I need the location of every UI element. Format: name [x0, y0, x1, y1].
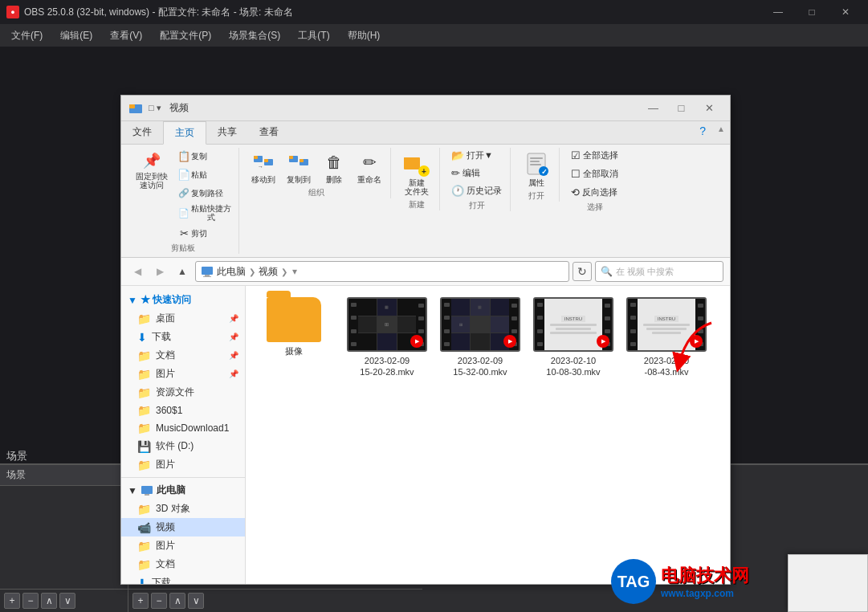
ribbon-btn-copy-path[interactable]: 🔗 复制路径	[174, 185, 234, 201]
video-item-1[interactable]: ▦ ⊞	[347, 294, 427, 381]
ribbon-btn-paste-shortcut[interactable]: 📄 粘贴快捷方式	[174, 203, 234, 222]
menu-edit[interactable]: 编辑(E)	[52, 27, 100, 45]
obs-maximize-btn[interactable]: □	[796, 0, 828, 24]
ribbon-help-btn[interactable]: ?	[693, 121, 712, 144]
sources-up-btn[interactable]: ∧	[169, 593, 185, 609]
ctx-start-stream[interactable]	[789, 566, 867, 577]
sources-down-btn[interactable]: ∨	[188, 593, 204, 609]
ribbon-tab-share[interactable]: 共享	[206, 121, 248, 144]
videos-icon: 📹	[137, 521, 151, 534]
ribbon-btn-cut[interactable]: ✂ 剪切	[174, 225, 234, 241]
scenes-down-btn[interactable]: ∨	[59, 593, 75, 609]
sidebar-item-pictures[interactable]: 📁 图片 📌	[121, 365, 245, 383]
new-folder-label: 新建文件夹	[405, 178, 429, 196]
properties-buttons: ✓ 属性	[519, 148, 554, 189]
sidebar-desktop-label: 桌面	[156, 312, 175, 325]
menu-scene-collection[interactable]: 场景集合(S)	[221, 27, 288, 45]
video-item-3[interactable]: INSTRU ▶	[533, 294, 613, 381]
ribbon-tab-view[interactable]: 查看	[248, 121, 290, 144]
play-btn-2[interactable]: ▶	[503, 335, 516, 348]
ribbon-collapse-btn[interactable]: ▲	[712, 121, 730, 144]
sidebar-item-music-dl[interactable]: 📁 MusicDownload1	[121, 419, 245, 437]
sidebar-item-drive-d[interactable]: 💾 软件 (D:)	[121, 437, 245, 455]
ribbon-btn-rename[interactable]: ✏ 重命名	[353, 148, 385, 186]
sidebar-music-dl-label: MusicDownload1	[156, 422, 229, 434]
explorer-minimize-btn[interactable]: —	[639, 96, 667, 121]
thispc-header[interactable]: ▼ 此电脑	[121, 481, 245, 500]
ribbon-btn-copy[interactable]: 📋 复制	[174, 148, 234, 164]
ribbon-btn-properties[interactable]: ✓ 属性	[519, 148, 554, 189]
menu-tools[interactable]: 工具(T)	[290, 27, 337, 45]
folder-item-camera[interactable]: 摄像	[254, 294, 334, 360]
nav-back-btn[interactable]: ◀	[128, 262, 147, 281]
address-dropdown-btn[interactable]: ▾	[292, 266, 297, 277]
sources-add-btn[interactable]: +	[132, 593, 149, 609]
ctx-controls[interactable]	[789, 555, 867, 566]
ribbon-btn-paste[interactable]: 📄 粘贴	[174, 166, 234, 182]
scenes-remove-btn[interactable]: −	[22, 593, 39, 609]
ribbon-btn-delete[interactable]: 🗑 删除	[318, 148, 350, 186]
pictures-icon: 📁	[137, 368, 151, 381]
ribbon-btn-open[interactable]: 📂 打开▼	[448, 148, 505, 163]
sidebar-item-downloads[interactable]: ⬇ 下载 📌	[121, 328, 245, 346]
sidebar-item-documents[interactable]: 📁 文档 📌	[121, 346, 245, 365]
ctx-start-record[interactable]	[789, 577, 867, 589]
ribbon-btn-new-folder[interactable]: + 新建文件夹	[399, 148, 434, 198]
video-item-2[interactable]: ▦ ⊞	[440, 294, 520, 381]
menu-help[interactable]: 帮助(H)	[340, 27, 389, 45]
address-pc[interactable]: 此电脑	[217, 265, 246, 279]
svg-rect-17	[530, 161, 540, 162]
ribbon-btn-pin[interactable]: 📌 固定到快速访问	[132, 148, 171, 191]
ribbon-btn-move[interactable]: → 移动到	[247, 148, 279, 186]
refresh-btn[interactable]: ↻	[573, 262, 592, 281]
sidebar-item-pictures2[interactable]: 📁 图片	[121, 455, 245, 474]
sidebar-item-videos[interactable]: 📹 视频	[121, 518, 245, 537]
ribbon-btn-history[interactable]: 🕐 历史记录	[448, 183, 505, 198]
explorer-maximize-btn[interactable]: □	[667, 96, 695, 121]
sidebar-item-pictures3[interactable]: 📁 图片	[121, 537, 245, 555]
sources-remove-btn[interactable]: −	[151, 593, 167, 609]
menu-view[interactable]: 查看(V)	[102, 27, 150, 45]
svg-rect-25	[145, 494, 149, 496]
new-buttons: + 新建文件夹	[399, 148, 434, 198]
sidebar-item-documents2[interactable]: 📁 文档	[121, 555, 245, 573]
new-folder-icon: +	[402, 149, 431, 178]
sidebar-divider-1	[121, 477, 245, 478]
search-bar[interactable]: 🔍 在 视频 中搜索	[595, 261, 723, 282]
sidebar-item-resources[interactable]: 📁 资源文件	[121, 383, 245, 402]
address-videos[interactable]: 视频	[259, 265, 278, 279]
sidebar-item-desktop[interactable]: 📁 桌面 📌	[121, 309, 245, 328]
explorer-close-btn[interactable]: ✕	[695, 96, 723, 121]
ribbon-tab-file[interactable]: 文件	[121, 121, 163, 144]
quick-access-header[interactable]: ▼ ★ 快速访问	[121, 291, 245, 309]
documents2-icon: 📁	[137, 558, 151, 571]
play-btn-3[interactable]: ▶	[597, 335, 609, 348]
ribbon-btn-invert-select[interactable]: ⟲ 反向选择	[568, 185, 621, 200]
ribbon-btn-edit[interactable]: ✏ 编辑	[448, 165, 505, 181]
sidebar-item-360[interactable]: 📁 360$1	[121, 402, 245, 419]
address-bar[interactable]: 此电脑 ❯ 视频 ❯ ▾	[195, 261, 569, 282]
file-grid: 摄像 ▦	[254, 294, 722, 381]
menu-profile[interactable]: 配置文件(P)	[152, 27, 219, 45]
ctx-studio-mode[interactable]	[789, 589, 867, 600]
quick-access-chevron: ▼	[128, 295, 137, 306]
ribbon-btn-copy-to[interactable]: 复制到	[283, 148, 315, 186]
scenes-add-btn[interactable]: +	[4, 593, 20, 609]
play-btn-1[interactable]: ▶	[410, 335, 423, 348]
ribbon-btn-select-none[interactable]: ☐ 全部取消	[568, 166, 621, 182]
tag-watermark: TAG 电脑技术网 www.tagxp.com	[611, 557, 772, 606]
nav-up-btn[interactable]: ▲	[173, 262, 192, 281]
sidebar-documents-label: 文档	[156, 349, 175, 362]
sidebar-item-3d[interactable]: 📁 3D 对象	[121, 500, 245, 518]
ribbon-tab-home[interactable]: 主页	[163, 121, 206, 145]
explorer-content: 摄像 ▦	[246, 286, 730, 584]
obs-close-btn[interactable]: ✕	[829, 0, 862, 24]
sidebar-item-downloads2[interactable]: ⬇ 下载	[121, 573, 245, 584]
ribbon-btn-select-all[interactable]: ☑ 全部选择	[568, 148, 621, 163]
ctx-settings[interactable]	[789, 600, 867, 611]
menu-file[interactable]: 文件(F)	[3, 27, 51, 45]
obs-minimize-btn[interactable]: —	[762, 0, 794, 24]
scenes-up-btn[interactable]: ∧	[41, 593, 57, 609]
address-chevron-2: ❯	[281, 267, 287, 276]
nav-forward-btn[interactable]: ▶	[150, 262, 169, 281]
